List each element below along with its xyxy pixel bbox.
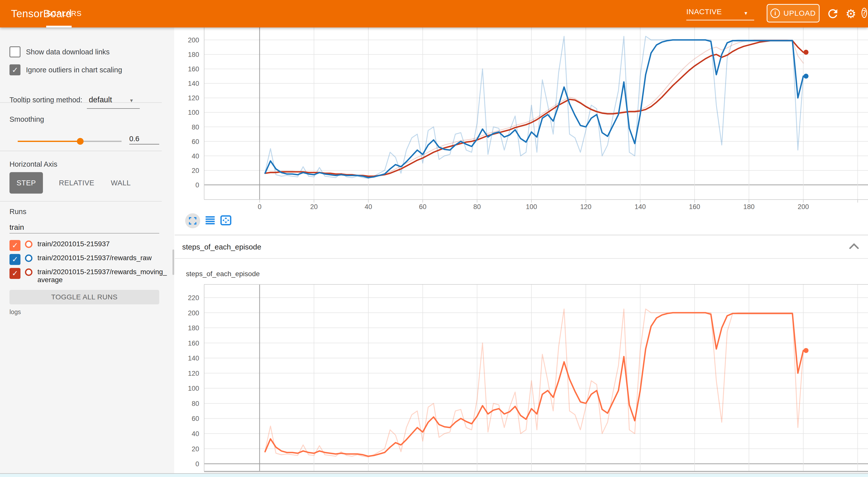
svg-text:160: 160 [689, 203, 700, 211]
svg-text:120: 120 [188, 370, 199, 377]
fullscreen-icon[interactable] [185, 213, 200, 228]
status-value: INACTIVE [686, 7, 722, 16]
divider [0, 102, 162, 103]
svg-text:0: 0 [195, 181, 199, 189]
run-label: train/20201015-215937 [37, 240, 167, 248]
svg-text:20: 20 [192, 445, 199, 453]
gear-icon[interactable]: ⚙ [845, 7, 859, 21]
smoothing-value-input[interactable] [129, 135, 153, 143]
axis-button-relative[interactable]: RELATIVE [59, 179, 94, 187]
refresh-icon[interactable] [826, 7, 840, 21]
runs-filter-input[interactable] [9, 222, 159, 233]
ignore-outliers-label: Ignore outliers in chart scaling [26, 66, 122, 74]
run-checkbox[interactable]: ✓ [9, 254, 21, 265]
svg-text:140: 140 [188, 80, 199, 87]
svg-text:180: 180 [743, 203, 754, 211]
svg-text:60: 60 [192, 415, 199, 422]
smoothing-slider[interactable] [18, 135, 122, 148]
slider-thumb[interactable] [77, 138, 84, 145]
tooltip-sorting-underline [87, 108, 140, 109]
sidebar-scrollbar-thumb[interactable] [173, 250, 174, 275]
tab-active-underline [46, 26, 72, 27]
run-color-circle [25, 254, 32, 262]
status-dropdown-underline [686, 20, 754, 21]
svg-text:40: 40 [365, 203, 372, 211]
divider [0, 201, 162, 201]
tab-scalars[interactable]: SCALARS [46, 0, 72, 27]
app-header: TensorBoard SCALARS INACTIVE ▾ i UPLOAD … [0, 0, 868, 27]
divider [0, 151, 162, 151]
svg-text:180: 180 [188, 324, 199, 332]
chevron-up-icon[interactable] [849, 243, 859, 250]
svg-text:60: 60 [419, 203, 427, 211]
svg-text:0: 0 [195, 460, 199, 468]
toggle-all-runs-button[interactable]: TOGGLE ALL RUNS [9, 290, 159, 305]
pan-zoom-icon[interactable] [220, 215, 231, 226]
svg-text:40: 40 [192, 152, 199, 160]
smoothing-value-underline [129, 144, 159, 145]
help-icon[interactable]: ? [862, 7, 868, 20]
tooltip-sorting-select[interactable]: default ▾ [89, 95, 133, 104]
run-row[interactable]: ✓train/20201015-215937 [9, 240, 169, 251]
section-steps-of-each-episode[interactable]: steps_of_each_episode [175, 236, 868, 259]
run-label: train/20201015-215937/rewards_moving_ave… [37, 268, 167, 284]
horizontal-axis-label: Horizontal Axis [9, 160, 57, 168]
axis-button-wall[interactable]: WALL [111, 179, 131, 187]
rewards-chart-plot[interactable]: 0204060801001201401601802000204060801001… [175, 27, 868, 213]
bottom-scroll-strip[interactable] [0, 473, 868, 477]
tab-scalars-label: SCALARS [46, 9, 72, 18]
info-icon: i [770, 8, 780, 18]
run-label: train/20201015-215937/rewards_raw [37, 254, 167, 262]
smoothing-label: Smoothing [9, 115, 44, 124]
horizontal-axis-buttons: STEP RELATIVE WALL [9, 172, 131, 194]
card-divider [175, 235, 868, 235]
svg-text:100: 100 [188, 385, 199, 392]
ignore-outliers-row[interactable]: ✓ Ignore outliers in chart scaling [9, 64, 122, 75]
svg-text:20: 20 [192, 167, 199, 174]
svg-text:80: 80 [192, 124, 199, 131]
run-color-circle [25, 241, 32, 248]
section-title: steps_of_each_episode [182, 243, 261, 251]
svg-text:140: 140 [634, 203, 646, 211]
svg-text:200: 200 [188, 36, 199, 44]
svg-text:20: 20 [310, 203, 318, 211]
svg-text:200: 200 [188, 309, 199, 317]
svg-text:120: 120 [188, 94, 199, 102]
run-row[interactable]: ✓train/20201015-215937/rewards_moving_av… [9, 268, 169, 284]
svg-text:0: 0 [258, 203, 261, 211]
show-download-links-label: Show data download links [26, 48, 110, 56]
chart-toolbar [185, 213, 231, 228]
run-row[interactable]: ✓train/20201015-215937/rewards_raw [9, 254, 169, 265]
show-download-links-row[interactable]: Show data download links [9, 46, 110, 57]
steps-chart-plot[interactable]: 020406080100120140160180200220 [175, 283, 868, 477]
data-table-icon[interactable] [205, 215, 216, 226]
svg-text:180: 180 [188, 51, 199, 58]
run-color-circle [25, 268, 32, 276]
svg-text:160: 160 [188, 340, 199, 347]
runs-label: Runs [9, 208, 27, 216]
svg-text:120: 120 [580, 203, 591, 211]
runs-footer-logs: logs [9, 308, 21, 316]
slider-fill [18, 141, 80, 142]
show-download-links-checkbox[interactable] [9, 46, 21, 57]
svg-text:100: 100 [526, 203, 537, 211]
run-checkbox[interactable]: ✓ [9, 240, 21, 251]
svg-text:220: 220 [188, 294, 199, 301]
ignore-outliers-checkbox[interactable]: ✓ [9, 64, 21, 75]
svg-text:80: 80 [473, 203, 481, 211]
upload-button[interactable]: i UPLOAD [767, 4, 819, 23]
smoothing-value-field[interactable] [129, 135, 159, 145]
svg-text:60: 60 [192, 138, 199, 146]
svg-text:80: 80 [192, 400, 199, 407]
svg-text:40: 40 [192, 430, 199, 438]
run-checkbox[interactable]: ✓ [9, 268, 21, 279]
svg-text:160: 160 [188, 65, 199, 73]
svg-text:200: 200 [798, 203, 809, 211]
upload-button-label: UPLOAD [783, 9, 815, 18]
axis-button-step[interactable]: STEP [9, 172, 43, 194]
status-dropdown[interactable]: INACTIVE ▾ [686, 7, 754, 20]
chart-title: steps_of_each_episode [186, 270, 260, 278]
tooltip-sorting-row: Tooltip sorting method: default ▾ [9, 95, 133, 104]
caret-down-icon: ▾ [744, 10, 747, 16]
svg-text:100: 100 [188, 109, 199, 116]
